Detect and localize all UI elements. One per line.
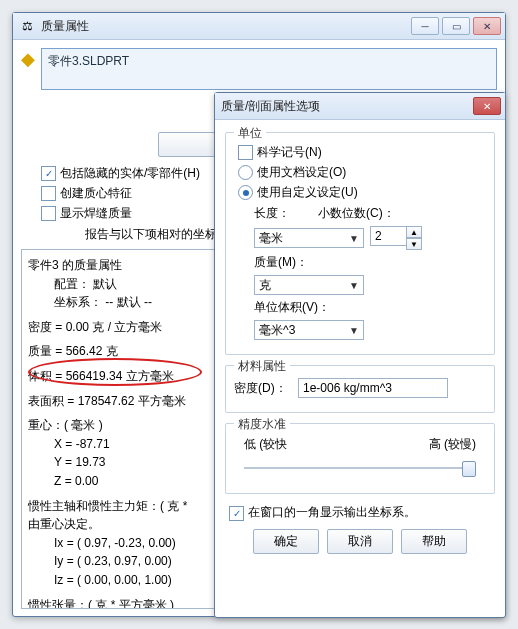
use-doc-radio[interactable]: [238, 165, 253, 180]
precision-slider[interactable]: [244, 459, 476, 477]
decimal-label: 小数位数(C)：: [318, 205, 486, 222]
create-com-checkbox[interactable]: [41, 186, 56, 201]
include-hidden-label: 包括隐藏的实体/零部件(H): [60, 165, 200, 182]
window-title: 质量属性: [41, 18, 405, 35]
unit-volume-value: 毫米^3: [259, 322, 295, 339]
mass-unit-combo[interactable]: 克 ▼: [254, 275, 364, 295]
maximize-button[interactable]: ▭: [442, 17, 470, 35]
part-name: 零件3.SLDPRT: [48, 54, 129, 68]
mass-label: 质量(M)：: [254, 254, 308, 271]
minimize-button[interactable]: ─: [411, 17, 439, 35]
use-custom-row[interactable]: 使用自定义设定(U): [238, 184, 486, 201]
spin-down-button[interactable]: ▼: [406, 238, 422, 250]
show-cs-label: 在窗口的一角显示输出坐标系。: [248, 504, 416, 521]
precision-group-label: 精度水准: [234, 416, 290, 433]
options-dialog: 质量/剖面属性选项 ✕ 单位 科学记号(N) 使用文档设定(O) 使用自定义设定…: [214, 92, 506, 618]
show-weld-label: 显示焊缝质量: [60, 205, 132, 222]
precision-labels: 低 (较快 高 (较慢): [244, 436, 476, 453]
unit-volume-label: 单位体积(V)：: [254, 299, 330, 316]
sci-notation-row[interactable]: 科学记号(N): [238, 144, 486, 161]
length-unit-combo[interactable]: 毫米 ▼: [254, 228, 364, 248]
include-hidden-checkbox[interactable]: [41, 166, 56, 181]
create-com-label: 创建质心特征: [60, 185, 132, 202]
part-name-field[interactable]: 零件3.SLDPRT: [41, 48, 497, 90]
titlebar: ⚖ 质量属性 ─ ▭ ✕: [13, 13, 505, 40]
chevron-down-icon: ▼: [349, 280, 359, 291]
dialog-controls: ✕: [473, 97, 501, 115]
use-doc-row[interactable]: 使用文档设定(O): [238, 164, 486, 181]
slider-track: [244, 467, 476, 469]
show-cs-checkbox[interactable]: [229, 506, 244, 521]
show-cs-row[interactable]: 在窗口的一角显示输出坐标系。: [229, 504, 495, 521]
decimal-spinner[interactable]: 2 ▲ ▼: [370, 226, 422, 250]
sci-notation-checkbox[interactable]: [238, 145, 253, 160]
help-button[interactable]: 帮助: [401, 529, 467, 554]
mass-unit-value: 克: [259, 277, 271, 294]
density-label: 密度(D)：: [234, 380, 292, 397]
length-label: 长度：: [254, 205, 312, 222]
precision-low-label: 低 (较快: [244, 436, 287, 453]
material-group: 材料属性 密度(D)： 1e-006 kg/mm^3: [225, 365, 495, 413]
length-unit-value: 毫米: [259, 230, 283, 247]
use-doc-label: 使用文档设定(O): [257, 164, 346, 181]
dialog-close-button[interactable]: ✕: [473, 97, 501, 115]
precision-group: 精度水准 低 (较快 高 (较慢): [225, 423, 495, 494]
window-controls: ─ ▭ ✕: [411, 17, 501, 35]
chevron-down-icon: ▼: [349, 233, 359, 244]
dialog-body: 单位 科学记号(N) 使用文档设定(O) 使用自定义设定(U) 长度： 小数位数…: [215, 120, 505, 617]
show-weld-checkbox[interactable]: [41, 206, 56, 221]
density-field[interactable]: 1e-006 kg/mm^3: [298, 378, 448, 398]
chevron-down-icon: ▼: [349, 325, 359, 336]
cancel-button[interactable]: 取消: [327, 529, 393, 554]
decimal-value: 2: [375, 229, 382, 243]
sci-notation-label: 科学记号(N): [257, 144, 322, 161]
dialog-titlebar: 质量/剖面属性选项 ✕: [215, 93, 505, 120]
units-group-label: 单位: [234, 125, 266, 142]
dialog-title: 质量/剖面属性选项: [221, 98, 467, 115]
use-custom-radio[interactable]: [238, 185, 253, 200]
part-icon: ◆: [21, 48, 35, 70]
spin-up-button[interactable]: ▲: [406, 226, 422, 238]
slider-thumb[interactable]: [462, 461, 476, 477]
balance-icon: ⚖: [19, 18, 35, 34]
dialog-buttons: 确定 取消 帮助: [225, 529, 495, 554]
precision-high-label: 高 (较慢): [429, 436, 476, 453]
unit-volume-combo[interactable]: 毫米^3 ▼: [254, 320, 364, 340]
ok-button[interactable]: 确定: [253, 529, 319, 554]
density-value: 1e-006 kg/mm^3: [303, 381, 392, 395]
material-group-label: 材料属性: [234, 358, 290, 375]
units-group: 单位 科学记号(N) 使用文档设定(O) 使用自定义设定(U) 长度： 小数位数…: [225, 132, 495, 355]
use-custom-label: 使用自定义设定(U): [257, 184, 358, 201]
close-button[interactable]: ✕: [473, 17, 501, 35]
